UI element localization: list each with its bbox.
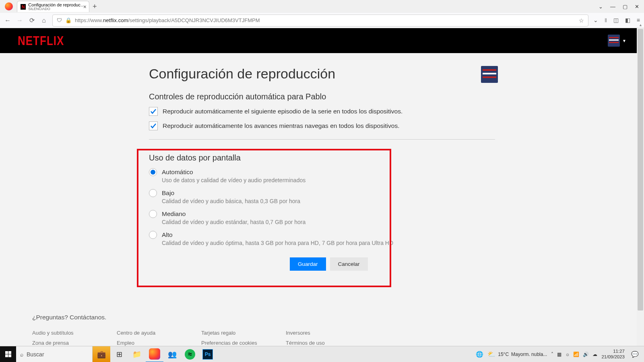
radio-title: Mediano [162,210,186,218]
footer-link[interactable]: Empleo [117,340,201,346]
profile-avatar-large-icon[interactable] [481,66,498,83]
radio-row-low: Bajo Calidad de vídeo y audio básica, ha… [149,189,495,204]
radio-medium[interactable] [149,210,157,218]
radio-title: Automático [162,169,193,176]
lock-icon[interactable]: 🔒 [65,17,72,23]
radio-auto[interactable] [149,168,157,176]
taskbar-search[interactable]: ⌕ Buscar [16,346,93,362]
footer-link[interactable]: Audio y subtítulos [32,330,117,336]
clock-time: 11:27 [601,349,625,354]
radio-row-auto: Automático Uso de datos y calidad de víd… [149,168,495,183]
save-button[interactable]: Guardar [290,257,326,271]
page-title: Configuración de reproducción [149,66,495,82]
radio-desc: Calidad de vídeo y audio óptima, hasta 3… [162,240,495,246]
tab-muted-label: SILENCIADO [28,7,86,11]
data-usage-heading: Uso de datos por pantalla [149,153,495,162]
taskbar-clock[interactable]: 11:27 21/09/2023 [601,349,625,359]
check-icon [150,122,157,130]
weather-desc: Mayorm. nubla... [511,352,547,357]
search-icon: ⌕ [20,351,23,358]
language-icon[interactable]: ☼ [565,352,570,357]
pocket-icon[interactable]: ⌄ [593,17,598,24]
firefox-icon [5,2,13,10]
window-controls: ⌄ — ▢ ✕ [599,4,642,10]
vertical-scrollbar[interactable]: ▴ ▾ [637,28,644,346]
tab-close-icon[interactable]: × [83,4,87,10]
scroll-up-icon[interactable]: ▴ [637,23,644,27]
autoplay-heading: Controles de reproducción automática par… [149,92,495,101]
taskbar-app-firefox[interactable] [146,346,163,362]
radio-desc: Uso de datos y calidad de vídeo y audio … [162,177,495,183]
notifications-button[interactable]: 💬 [629,351,641,358]
radio-high[interactable] [149,231,157,239]
start-button[interactable] [0,346,16,362]
meet-now-icon[interactable]: 🌐 [476,351,483,358]
taskbar-app-spotify[interactable] [181,349,199,360]
footer-contact-link[interactable]: ¿Preguntas? Contáctanos. [32,314,545,321]
footer-link[interactable]: Zona de prensa [32,340,117,346]
caret-down-icon: ▼ [622,39,626,43]
clock-date: 21/09/2023 [601,354,625,360]
sidebar-icon[interactable]: ◫ [613,17,619,24]
new-tab-button[interactable]: + [93,2,97,11]
checkbox-row-next-episode: Reproducir automáticamente el siguiente … [149,107,495,116]
forward-button[interactable]: → [16,17,23,24]
footer-link[interactable]: Preferencias de cookies [201,340,286,346]
page-body: Configuración de reproducción Controles … [0,53,644,346]
onedrive-icon[interactable]: ▦ [557,352,561,357]
battery-icon[interactable]: ☁ [592,352,597,357]
profile-avatar-icon [608,35,620,47]
taskbar-weather[interactable]: ⛅ 15°C Mayorm. nubla... [487,350,547,358]
checkbox-next-episode[interactable] [149,107,158,116]
url-bar[interactable]: 🛡 🔒 https://www.netflix.com/settings/pla… [52,14,588,27]
bookmark-star-icon[interactable]: ☆ [579,17,584,24]
tab-title: Configuración de reproducción [28,3,86,7]
maximize-button[interactable]: ▢ [623,4,627,10]
tray-chevron-icon[interactable]: ˄ [551,352,553,357]
volume-icon[interactable]: 🔊 [583,352,589,357]
netflix-favicon: N [21,4,26,10]
footer-link[interactable]: Inversores [286,330,370,336]
reload-button[interactable]: ⟳ [28,16,35,24]
browser-titlebar: N Configuración de reproducción SILENCIA… [0,0,644,13]
checkbox-label: Reproducir automáticamente el siguiente … [163,108,402,115]
back-button[interactable]: ← [4,17,11,24]
checkbox-label: Reproducir automáticamente los avances m… [163,122,399,130]
radio-title: Bajo [162,189,174,197]
footer-link[interactable]: Tarjetas regalo [201,330,286,336]
taskbar-app-briefcase[interactable]: 💼 [93,346,110,362]
browser-tab[interactable]: N Configuración de reproducción SILENCIA… [17,1,89,12]
netflix-header: NETFLIX ▼ [0,28,644,53]
radio-desc: Calidad de vídeo y audio estándar, hasta… [162,219,495,225]
radio-row-medium: Mediano Calidad de vídeo y audio estánda… [149,210,495,225]
radio-low[interactable] [149,189,157,197]
scrollbar-thumb[interactable] [638,29,643,311]
shield-icon[interactable]: 🛡 [57,17,62,23]
profile-menu[interactable]: ▼ [608,35,626,47]
wifi-icon[interactable]: 📶 [573,352,579,357]
url-text: https://www.netflix.com/settings/playbac… [75,17,260,23]
chevron-down-icon[interactable]: ⌄ [599,4,603,10]
cancel-button[interactable]: Cancelar [330,257,368,271]
radio-desc: Calidad de vídeo y audio básica, hasta 0… [162,198,495,204]
taskbar-app-teams[interactable]: 👥 [163,346,181,362]
minimize-button[interactable]: — [610,4,615,10]
taskbar-app-explorer[interactable]: 📁 [128,346,146,362]
task-view-button[interactable]: ⊞ [110,346,128,362]
netflix-logo[interactable]: NETFLIX [18,33,64,48]
browser-toolbar: ← → ⟳ ⌂ 🛡 🔒 https://www.netflix.com/sett… [0,13,644,28]
section-divider [149,139,495,140]
checkbox-row-previews: Reproducir automáticamente los avances m… [149,121,495,130]
close-window-button[interactable]: ✕ [635,4,639,10]
footer-link[interactable]: Centro de ayuda [117,330,201,336]
extensions-icon[interactable]: ◧ [625,17,630,24]
checkbox-previews[interactable] [149,121,158,130]
taskbar-app-photoshop[interactable]: Ps [199,349,217,360]
photoshop-icon: Ps [202,349,213,360]
spotify-icon [185,349,195,360]
radio-row-high: Alto Calidad de vídeo y audio óptima, ha… [149,231,495,246]
home-button[interactable]: ⌂ [40,17,47,24]
footer-link[interactable]: Términos de uso [286,340,370,346]
library-icon[interactable]: ⫴ [605,17,607,24]
system-tray: ˄ ▦ ☼ 📶 🔊 ☁ [551,352,597,357]
